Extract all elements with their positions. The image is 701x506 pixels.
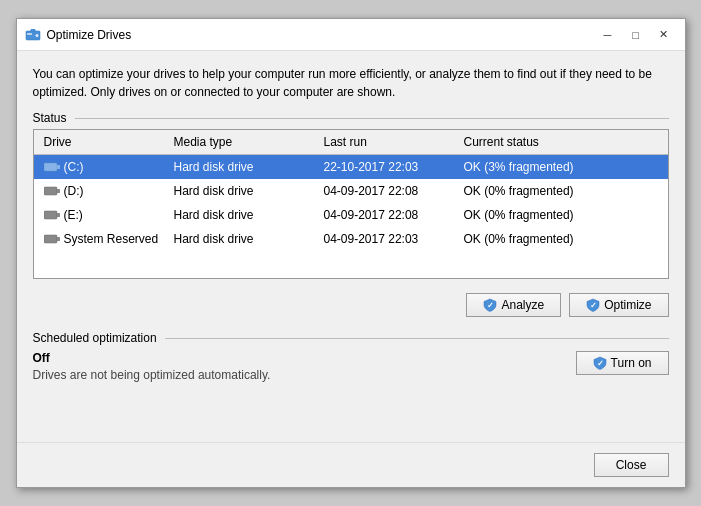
svg-text:✓: ✓: [596, 359, 603, 368]
analyze-button[interactable]: ✓ Analyze: [466, 293, 561, 317]
scheduled-label: Scheduled optimization: [33, 331, 669, 345]
maximize-button[interactable]: □: [623, 25, 649, 45]
svg-rect-6: [57, 189, 60, 193]
svg-point-2: [35, 34, 38, 37]
title-bar-left: Optimize Drives: [25, 27, 132, 43]
scheduled-info: Off Drives are not being optimized autom…: [33, 351, 271, 382]
table-row[interactable]: (E:)Hard disk drive04-09-2017 22:08OK (0…: [34, 203, 668, 227]
col-last-run: Last run: [320, 133, 460, 151]
svg-rect-8: [57, 213, 60, 217]
svg-rect-1: [27, 33, 32, 35]
close-button[interactable]: Close: [594, 453, 669, 477]
svg-rect-7: [44, 211, 57, 219]
minimize-button[interactable]: ─: [595, 25, 621, 45]
svg-rect-10: [57, 237, 60, 241]
drive-optimize-icon: [25, 27, 41, 43]
window-title: Optimize Drives: [47, 28, 132, 42]
scheduled-description: Drives are not being optimized automatic…: [33, 368, 271, 382]
status-label: Status: [33, 111, 669, 125]
col-drive: Drive: [40, 133, 170, 151]
table-body: (C:)Hard disk drive22-10-2017 22:03OK (3…: [34, 155, 668, 251]
drive-row-icon: [44, 185, 60, 197]
optimize-drives-window: Optimize Drives ─ □ ✕ You can optimize y…: [16, 18, 686, 488]
footer: Close: [17, 442, 685, 487]
shield-turnon-icon: ✓: [593, 356, 607, 370]
svg-rect-3: [44, 163, 57, 171]
scheduled-section: Scheduled optimization Off Drives are no…: [33, 331, 669, 382]
svg-rect-4: [57, 165, 60, 169]
col-media-type: Media type: [170, 133, 320, 151]
table-row[interactable]: (C:)Hard disk drive22-10-2017 22:03OK (3…: [34, 155, 668, 179]
window-content: You can optimize your drives to help you…: [17, 51, 685, 442]
svg-text:✓: ✓: [590, 301, 597, 310]
svg-rect-9: [44, 235, 57, 243]
status-section: Status Drive Media type Last run Current…: [33, 111, 669, 279]
drive-row-icon: [44, 161, 60, 173]
drives-table: Drive Media type Last run Current status…: [33, 129, 669, 279]
close-window-button[interactable]: ✕: [651, 25, 677, 45]
table-header: Drive Media type Last run Current status: [34, 130, 668, 155]
svg-text:✓: ✓: [487, 301, 494, 310]
table-row[interactable]: (D:)Hard disk drive04-09-2017 22:08OK (0…: [34, 179, 668, 203]
table-row[interactable]: System ReservedHard disk drive04-09-2017…: [34, 227, 668, 251]
optimize-button[interactable]: ✓ Optimize: [569, 293, 668, 317]
svg-rect-5: [44, 187, 57, 195]
turn-on-button[interactable]: ✓ Turn on: [576, 351, 669, 375]
scheduled-status: Off: [33, 351, 271, 365]
shield-optimize-icon: ✓: [586, 298, 600, 312]
drive-row-icon: [44, 209, 60, 221]
action-row: ✓ Analyze ✓ Optimize: [33, 293, 669, 317]
title-bar: Optimize Drives ─ □ ✕: [17, 19, 685, 51]
title-buttons: ─ □ ✕: [595, 25, 677, 45]
drive-row-icon: [44, 233, 60, 245]
scheduled-row: Off Drives are not being optimized autom…: [33, 351, 669, 382]
description-text: You can optimize your drives to help you…: [33, 65, 669, 101]
col-current-status: Current status: [460, 133, 662, 151]
shield-analyze-icon: ✓: [483, 298, 497, 312]
